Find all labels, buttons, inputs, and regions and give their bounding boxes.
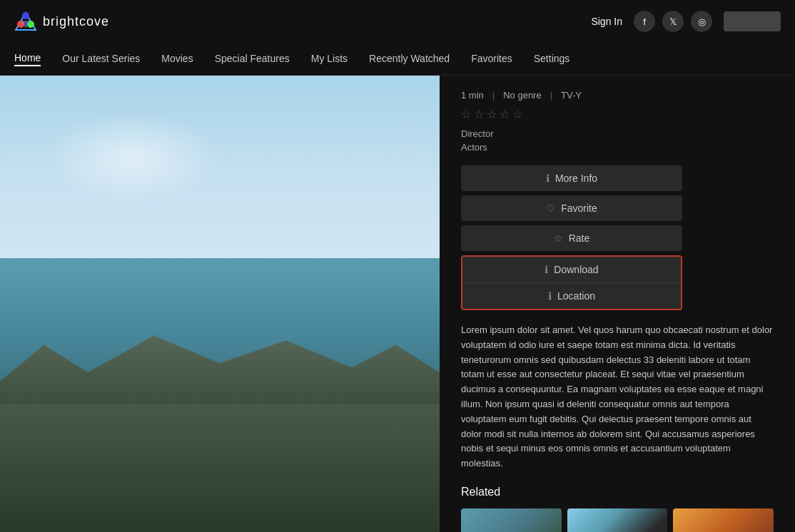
related-item-3[interactable] [673,508,774,532]
star-2[interactable]: ☆ [474,108,484,121]
star-icon: ☆ [554,232,563,244]
facebook-icon[interactable]: f [634,11,655,32]
nav: Home Our Latest Series Movies Special Fe… [0,43,795,76]
twitter-icon[interactable]: 𝕏 [662,11,684,32]
star-3[interactable]: ☆ [487,108,497,121]
info-panel: 1 min | No genre | TV-Y ☆ ☆ ☆ ☆ ☆ Direct… [440,76,795,532]
nav-movies[interactable]: Movies [161,53,193,66]
info-icon-more: ℹ [546,173,550,184]
nav-home[interactable]: Home [14,52,41,66]
director-label: Director [461,128,774,139]
related-item-2[interactable] [567,508,668,532]
star-5[interactable]: ☆ [512,108,522,121]
video-background [0,76,440,532]
download-label: Download [554,264,598,275]
instagram-icon[interactable]: ◎ [691,11,712,32]
star-1[interactable]: ☆ [461,108,471,121]
duration: 1 min [461,90,484,101]
logo: brightcove [14,10,109,33]
rate-label: Rate [569,232,590,244]
nav-special-features[interactable]: Special Features [215,53,290,66]
nav-favorites[interactable]: Favorites [471,53,512,66]
sign-in-button[interactable]: Sign In [591,16,622,27]
description: Lorem ipsum dolor sit amet. Vel quos har… [461,323,774,471]
download-button[interactable]: ℹ Download [462,257,681,283]
svg-point-3 [22,12,29,19]
meta-row: 1 min | No genre | TV-Y [461,90,774,101]
favorite-label: Favorite [561,203,597,214]
rating: TV-Y [561,90,582,101]
related-item-1[interactable] [461,508,562,532]
header-left: brightcove [14,10,109,33]
logo-icon [14,10,37,33]
action-buttons: ℹ More Info ♡ Favorite ☆ Rate ℹ Download… [461,165,774,310]
stars-row[interactable]: ☆ ☆ ☆ ☆ ☆ [461,108,774,121]
logo-text: brightcove [43,14,109,29]
rate-button[interactable]: ☆ Rate [461,225,682,251]
header-right: Sign In f 𝕏 ◎ [591,11,781,32]
nav-latest-series[interactable]: Our Latest Series [62,53,140,66]
related-title: Related [461,486,774,498]
nav-recently-watched[interactable]: Recently Watched [369,53,450,66]
related-section: Related [461,486,774,532]
download-location-group: ℹ Download ℹ Location [461,255,682,310]
download-icon: ℹ [545,264,548,275]
nav-settings[interactable]: Settings [534,53,570,66]
beach-layer [0,404,440,532]
more-info-button[interactable]: ℹ More Info [461,165,682,191]
social-icons: f 𝕏 ◎ [634,11,712,32]
location-label: Location [557,290,595,302]
search-input[interactable] [724,11,781,31]
nav-my-lists[interactable]: My Lists [311,53,348,66]
main-content: 1 min | No genre | TV-Y ☆ ☆ ☆ ☆ ☆ Direct… [0,76,795,532]
location-button[interactable]: ℹ Location [462,283,681,309]
favorite-button[interactable]: ♡ Favorite [461,195,682,221]
related-grid [461,508,774,532]
location-icon: ℹ [548,290,552,302]
header: brightcove Sign In f 𝕏 ◎ [0,0,795,43]
clouds-layer [44,112,220,203]
video-area [0,76,440,532]
actors-label: Actors [461,142,774,153]
heart-icon: ♡ [546,203,555,214]
star-4[interactable]: ☆ [500,108,510,121]
more-info-label: More Info [555,173,597,184]
genre: No genre [503,90,541,101]
